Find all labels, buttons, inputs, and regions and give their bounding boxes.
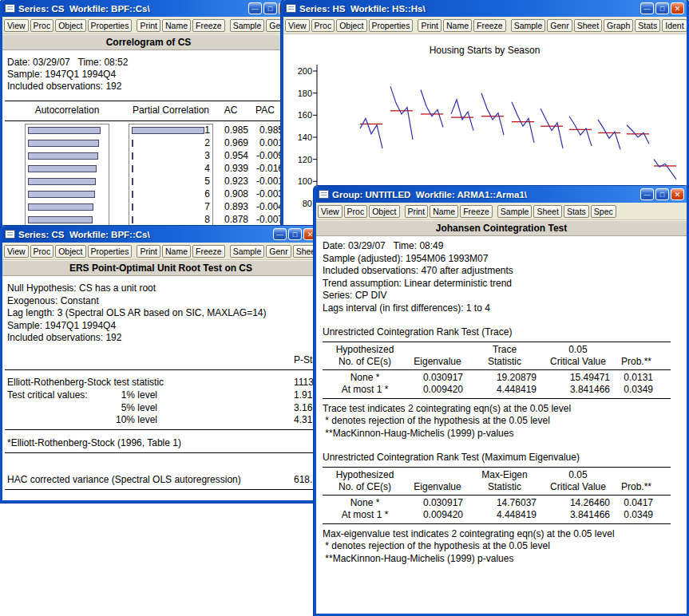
toolbar-button-name[interactable]: Name: [162, 19, 191, 32]
window-ers-test: Series: CS Workfile: BPF::Cs\ — □ ✕ View…: [0, 226, 322, 503]
toolbar-button-print[interactable]: Print: [405, 205, 429, 218]
toolbar-button-print[interactable]: Print: [137, 245, 160, 258]
date-time-line: Date: 03/29/07 Time: 08:52: [7, 57, 128, 68]
toolbar-button-proc[interactable]: Proc: [30, 19, 54, 32]
crit-level-10pct: 10% level: [97, 414, 157, 425]
toolbar-button-view[interactable]: View: [318, 205, 343, 218]
toolbar-button-object[interactable]: Object: [55, 19, 85, 32]
crit-level-1pct: 1% level: [97, 389, 157, 401]
observations-line: Included observations: 470 after adjustm…: [323, 265, 687, 278]
toolbar-button-object[interactable]: Object: [369, 205, 399, 218]
toolbar-button-sample[interactable]: Sample: [497, 205, 533, 218]
table-rule: [5, 120, 292, 121]
titlebar[interactable]: Series: CS Workfile: BPF::Cs\ — □ ✕: [2, 226, 319, 243]
minimize-button[interactable]: —: [640, 188, 654, 200]
toolbar-button-sample[interactable]: Sample: [511, 19, 546, 32]
lag-number: 2: [191, 137, 210, 148]
minimize-button[interactable]: —: [273, 228, 287, 240]
ac-value: 0.985: [213, 124, 248, 136]
toolbar-button-graph[interactable]: Graph: [604, 19, 633, 32]
pac-value: -0.009: [247, 150, 283, 161]
toolbar-button-name[interactable]: Name: [443, 19, 472, 32]
pac-value: 0.985: [247, 124, 283, 136]
y-axis-tick-label: 160: [298, 110, 312, 120]
observations-line: Included observations: 192: [7, 81, 121, 92]
toolbar-button-proc[interactable]: Proc: [344, 205, 368, 218]
crit-value-10pct: 4.31: [294, 414, 312, 425]
section-title: Unrestricted Cointegration Rank Test (Ma…: [323, 452, 687, 464]
header-eigenvalue: Eigenvalue: [407, 469, 468, 493]
maximize-button[interactable]: □: [288, 228, 302, 240]
toolbar-button-name[interactable]: Name: [430, 205, 458, 218]
header-prob: Prob.**: [615, 344, 658, 368]
pac-value: -0.007: [247, 214, 283, 225]
hypothesis-cell: At most 1 *: [323, 384, 407, 397]
toolbar-button-properties[interactable]: Properties: [369, 19, 414, 32]
window-controls: — □ ✕: [273, 228, 317, 240]
window-controls: — □ ✕: [640, 188, 684, 200]
ac-value: 0.878: [213, 214, 248, 225]
table-rule: [323, 495, 671, 496]
toolbar-button-sample[interactable]: Sample: [230, 19, 265, 32]
toolbar-button-print[interactable]: Print: [137, 19, 160, 32]
table-rule: [323, 398, 671, 399]
minimize-button[interactable]: —: [248, 2, 262, 14]
toolbar-button-name[interactable]: Name: [162, 245, 191, 258]
toolbar-button-sample[interactable]: Sample: [230, 245, 265, 258]
note-line: * denotes rejection of the hypothesis at…: [323, 540, 687, 553]
object-toolbar: ViewProcObjectPrintNameFreezeSampleSheet…: [316, 203, 687, 220]
toolbar-button-stats[interactable]: Stats: [635, 19, 660, 32]
header-critical-value: 0.05Critical Value: [541, 344, 615, 368]
lag-number: 6: [191, 188, 210, 199]
ac-value: 0.908: [213, 188, 248, 199]
close-button[interactable]: ✕: [671, 2, 684, 14]
header-critical-value: 0.05Critical Value: [541, 469, 615, 493]
season-series-line: [451, 100, 473, 131]
toolbar-button-freeze[interactable]: Freeze: [473, 19, 506, 32]
toolbar-button-sheet[interactable]: Sheet: [533, 205, 561, 218]
titlebar[interactable]: Group: UNTITLED Workfile: ARMA1::Arma1\ …: [316, 186, 687, 203]
toolbar-button-view[interactable]: View: [4, 19, 29, 32]
maximize-button[interactable]: □: [655, 188, 669, 200]
y-axis-tick-label: 140: [298, 132, 312, 142]
table-rule: [5, 429, 317, 430]
titlebar[interactable]: Series: HS Workfile: HS::Hs\ — □ ✕: [283, 0, 687, 17]
maximize-button[interactable]: □: [655, 2, 669, 14]
group-window-icon: [319, 190, 329, 199]
table-rule: [323, 467, 671, 468]
toolbar-button-spec[interactable]: Spec: [591, 205, 616, 218]
toolbar-button-proc[interactable]: Proc: [30, 245, 54, 258]
toolbar-button-properties[interactable]: Properties: [88, 19, 133, 32]
trend-assumption-line: Trend assumption: Linear deterministic t…: [323, 278, 687, 290]
toolbar-button-view[interactable]: View: [4, 245, 29, 258]
toolbar-button-object[interactable]: Object: [336, 19, 366, 32]
toolbar-button-genr[interactable]: Genr: [266, 245, 291, 258]
value-cell: 0.0131: [615, 372, 658, 385]
series-line: Series: CP DIV: [323, 290, 687, 302]
toolbar-button-view[interactable]: View: [285, 19, 310, 32]
titlebar[interactable]: Series: CS Workfile: BPF::Cs\ — □ ✕: [2, 0, 295, 17]
sample-line: Sample (adjusted): 1954M06 1993M07: [323, 253, 687, 266]
table-header: HypothesizedNo. of CE(s) EigenvalueTrace…: [323, 344, 658, 368]
toolbar-button-sheet[interactable]: Sheet: [574, 19, 602, 32]
toolbar-button-freeze[interactable]: Freeze: [192, 245, 225, 258]
toolbar-button-object[interactable]: Object: [55, 245, 85, 258]
toolbar-button-genr[interactable]: Genr: [547, 19, 572, 32]
object-header: ERS Point-Optimal Unit Root Test on CS: [2, 260, 319, 276]
minimize-button[interactable]: —: [640, 2, 654, 14]
correlogram-row: 50.923-0.001: [2, 176, 295, 188]
table-rule: [323, 523, 671, 524]
table-rule: [323, 342, 671, 342]
toolbar-button-properties[interactable]: Properties: [88, 245, 133, 258]
toolbar-button-freeze[interactable]: Freeze: [460, 205, 493, 218]
pac-value: -0.016: [247, 163, 283, 174]
note-line: **MacKinnon-Haug-Michelis (1999) p-value…: [323, 553, 687, 566]
toolbar-button-proc[interactable]: Proc: [311, 19, 335, 32]
crit-value-1pct: 1.91: [294, 389, 312, 401]
close-button[interactable]: ✕: [671, 188, 684, 200]
toolbar-button-freeze[interactable]: Freeze: [192, 19, 225, 32]
toolbar-button-ident[interactable]: Ident: [662, 19, 687, 32]
toolbar-button-print[interactable]: Print: [418, 19, 442, 32]
maximize-button[interactable]: □: [263, 2, 277, 14]
toolbar-button-stats[interactable]: Stats: [564, 205, 589, 218]
